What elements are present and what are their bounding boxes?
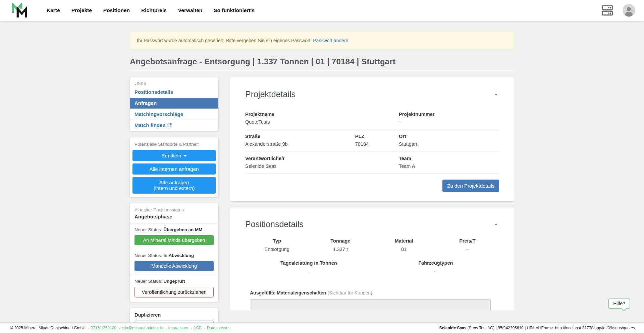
position-row-2: Tagesleistung in Tonnen– Fahrzeugtypen–	[245, 260, 499, 274]
main-menu: Karte Projekte Positionen Richtpreis Ver…	[47, 7, 255, 13]
field-value: Stuttgart	[399, 141, 499, 147]
partners-label: Potenzielle Standorte & Partner:	[132, 140, 216, 148]
field-label: PLZ	[355, 134, 399, 139]
alle-anfragen-line1: Alle anfragen	[159, 180, 189, 185]
user-avatar-icon[interactable]	[623, 4, 635, 17]
field-label: Verantwortliche/r	[245, 156, 399, 161]
separator: ·	[191, 326, 192, 330]
material-properties-hint: (Sichtbar für Kunden)	[328, 290, 372, 295]
zu-den-projektdetails-button[interactable]: Zu den Projektdetails	[442, 180, 499, 192]
field-label: Preis/T	[436, 238, 499, 244]
positionsdetails-card: Positionsdetails - TypEntsorgung Tonnage…	[230, 207, 514, 311]
footer-phone-link[interactable]: 07151/250100	[91, 326, 116, 330]
divider	[130, 275, 218, 275]
page-title: Angebotsanfrage - Entsorgung | 1.337 Ton…	[130, 57, 514, 72]
footer-left: © 2025 Mineral Minds Deutschland GmbH ·0…	[10, 326, 229, 330]
project-row-1: ProjektnameQuoteTests Projektnummer-	[245, 107, 499, 129]
mineral-minds-logo[interactable]	[11, 3, 28, 18]
alle-anfragen-button[interactable]: Alle anfragen (intern und extern)	[132, 177, 216, 194]
veroeffentlichung-zurueckziehen-button[interactable]: Veröffentlichung zurückziehen	[135, 287, 214, 297]
nav-item-projekte[interactable]: Projekte	[71, 7, 92, 13]
password-alert: Ihr Passwort wurde automatisch generiert…	[130, 32, 514, 49]
match-finden-label: Match finden	[135, 122, 166, 128]
sidebar-link-positionsdetails[interactable]: Positionsdetails	[130, 87, 218, 97]
alle-anfragen-line2: (intern und extern)	[154, 185, 195, 191]
nav-item-verwalten[interactable]: Verwalten	[178, 7, 202, 13]
footer-user-name: Selenide Saas	[439, 326, 467, 330]
project-row-3: Verantwortliche/rSelenide Saas TeamTeam …	[245, 151, 499, 174]
footer-email-link[interactable]: info@mineral-minds.de	[121, 326, 163, 330]
field-value: -	[399, 119, 499, 125]
sidebar-link-anfragen[interactable]: Anfragen	[130, 97, 218, 109]
partners-panel: Potenzielle Standorte & Partner: Ermitte…	[130, 137, 218, 197]
chevron-down-icon	[183, 155, 187, 157]
field-label: Material	[372, 238, 436, 244]
sidebar-link-matchingvorschlaege[interactable]: Matchingvorschläge	[130, 109, 218, 120]
footer-impressum-link[interactable]: Impressum	[168, 326, 188, 330]
projektdetails-card: Projektdetails - ProjektnameQuoteTests P…	[230, 77, 514, 201]
password-alert-text: Ihr Passwort wurde automatisch generiert…	[137, 38, 312, 43]
separator: ·	[204, 326, 206, 330]
divider	[130, 223, 218, 223]
separator: ·	[165, 326, 167, 330]
field-label: Ort	[399, 134, 499, 139]
separator: ·	[88, 326, 89, 330]
nav-item-karte[interactable]: Karte	[47, 7, 60, 13]
ermitteln-button[interactable]: Ermitteln	[132, 150, 216, 161]
sidebar-link-match-finden[interactable]: Match finden	[130, 120, 218, 131]
navbar-right	[601, 4, 635, 17]
project-row-2: StraßeAlexanderstraße 9b PLZ70184 OrtStu…	[245, 129, 499, 151]
divider	[130, 249, 218, 249]
material-properties-label: Ausgefüllte Materialeigenschaften	[250, 290, 326, 295]
field-label: Team	[399, 156, 499, 161]
field-label: Projektname	[245, 112, 399, 117]
links-panel-header: LINKS	[130, 77, 218, 87]
field-value: –	[245, 269, 372, 274]
nav-item-so-funktionierts[interactable]: So funktioniert's	[214, 7, 255, 13]
external-link-icon	[167, 123, 172, 128]
manuelle-abwicklung-button[interactable]: Manuelle Abwicklung	[135, 261, 214, 271]
field-value: 70184	[355, 141, 399, 147]
nav-item-richtpreis[interactable]: Richtpreis	[141, 7, 167, 13]
field-label: Tagesleistung in Tonnen	[245, 260, 372, 266]
field-value: 1.337 t	[309, 247, 372, 252]
footer-datenschutz-link[interactable]: Datenschutz	[207, 326, 229, 330]
collapse-projektdetails-button[interactable]: -	[493, 90, 499, 98]
footer-agb-link[interactable]: AGB	[193, 326, 202, 330]
field-label: Projektnummer	[399, 112, 499, 117]
field-value: Team A	[399, 163, 499, 169]
new-status-line-3: Neuer Status: Ungeprüft	[135, 279, 214, 284]
top-navbar: Karte Projekte Positionen Richtpreis Ver…	[0, 0, 644, 21]
material-properties-textarea[interactable]	[250, 299, 491, 311]
duplicate-label: Duplizieren	[135, 312, 214, 318]
sidebar: LINKS Positionsdetails Anfragen Matching…	[130, 77, 218, 333]
links-panel: LINKS Positionsdetails Anfragen Matching…	[130, 77, 218, 131]
field-value: Entsorgung	[245, 247, 309, 252]
nav-item-positionen[interactable]: Positionen	[103, 7, 130, 13]
copyright-text: © 2025 Mineral Minds Deutschland GmbH	[10, 326, 86, 330]
footer: © 2025 Mineral Minds Deutschland GmbH ·0…	[0, 322, 644, 333]
separator: ·	[119, 326, 120, 330]
help-button[interactable]: Hilfe?	[608, 298, 630, 309]
an-mineral-minds-uebergeben-button[interactable]: An Mineral Minds übergeben	[135, 235, 214, 245]
main-content: Projektdetails - ProjektnameQuoteTests P…	[230, 77, 514, 311]
position-row-1: TypEntsorgung Tonnage1.337 t Material01 …	[245, 238, 499, 252]
ermitteln-label: Ermitteln	[161, 153, 181, 158]
field-value: 01	[372, 247, 436, 252]
collapse-positionsdetails-button[interactable]: -	[493, 220, 499, 228]
current-status-label: Aktueller Positionsstatus:	[135, 207, 214, 212]
field-value: –	[436, 247, 499, 252]
field-value: –	[372, 269, 499, 274]
change-password-link[interactable]: Passwort ändern	[313, 38, 348, 43]
alle-internen-anfragen-button[interactable]: Alle internen anfragen	[132, 163, 216, 175]
current-status-value: Angebotsphase	[135, 214, 214, 219]
material-properties-block: Ausgefüllte Materialeigenschaften (Sicht…	[245, 290, 499, 296]
field-value: Alexanderstraße 9b	[245, 141, 355, 147]
footer-session-details: (Saas Test AG) | 95f942395610 | URL of i…	[466, 326, 635, 330]
server-icon[interactable]	[601, 5, 614, 16]
positionsdetails-title: Positionsdetails	[245, 219, 304, 229]
new-status-line-2: Neuer Status: In Abwicklung	[135, 253, 214, 258]
field-label: Fahrzeugtypen	[372, 260, 499, 266]
status-panel: Aktueller Positionsstatus: Angebotsphase…	[130, 203, 218, 302]
footer-session-info: Selenide Saas (Saas Test AG) | 95f942395…	[439, 326, 635, 330]
